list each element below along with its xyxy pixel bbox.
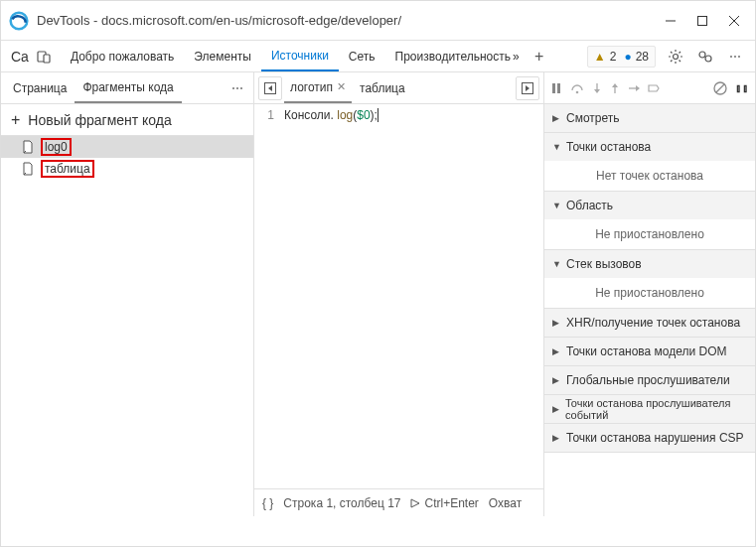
snippet-item-log0[interactable]: log0 [1,136,253,158]
panel-scope: ▼Область Не приостановлено [544,192,755,250]
editor-tabs: логотип ✕ таблица [254,72,543,104]
panel-callstack: ▼Стек вызовов Не приостановлено [544,250,755,309]
braces-icon[interactable]: { } [262,496,273,510]
subtab-page-label: Страница [13,81,67,95]
panel-xhr-header[interactable]: ▶XHR/получение точек останова [544,309,755,337]
tab-network[interactable]: Сеть [339,41,385,71]
svg-rect-6 [44,55,50,63]
svg-line-33 [716,84,724,92]
device-toggle-icon[interactable] [35,47,55,67]
debugger-toolbar: ⫾⫾ [544,72,755,104]
svg-marker-22 [411,499,419,507]
code-token: Консоли. [284,108,334,122]
collapse-debugger-button[interactable] [516,76,539,100]
edge-icon [9,11,29,31]
code-content[interactable]: Консоли. log($0); [280,104,543,488]
tab-sources-label: Источники [271,49,329,63]
panel-label: Смотреть [566,111,620,125]
svg-marker-29 [612,83,618,87]
step-icon[interactable] [628,82,640,94]
panel-breakpoints: ▼Точки останова Нет точек останова [544,133,755,192]
tab-welcome-label: Добро пожаловать [71,50,174,64]
debugger-panels: ▶Смотреть ▼Точки останова Нет точек оста… [544,104,755,516]
step-over-icon[interactable] [570,82,584,94]
collapse-navigator-button[interactable] [258,76,282,100]
tab-elements[interactable]: Элементы [184,41,261,71]
panel-global-header[interactable]: ▶Глобальные прослушиватели [544,366,755,394]
svg-rect-2 [698,16,707,25]
deactivate-breakpoints-icon[interactable] [648,82,660,94]
panel-csp-header[interactable]: ▶Точки останова нарушения CSP [544,424,755,452]
pause-icon[interactable] [550,82,562,94]
panel-global-listeners: ▶Глобальные прослушиватели [544,366,755,395]
inspect-label[interactable]: Ca [11,49,29,65]
tab-welcome[interactable]: Добро пожаловать [61,41,184,71]
new-snippet-label: Новый фрагмент кода [28,112,171,128]
feedback-icon[interactable] [695,47,715,67]
coverage-label[interactable]: Охват [489,496,522,510]
code-editor[interactable]: 1 Консоли. log($0); [254,104,543,488]
chevron-down-icon: ▼ [552,259,560,269]
settings-icon[interactable] [666,47,685,67]
panel-watch-header[interactable]: ▶Смотреть [544,104,755,132]
close-button[interactable] [727,14,741,28]
panel-xhr-breakpoints: ▶XHR/получение точек останова [544,309,755,338]
new-snippet-button[interactable]: + Новый фрагмент кода [1,104,253,136]
close-tab-icon[interactable]: ✕ [337,80,346,93]
panel-label: Точки останова [566,140,651,154]
svg-marker-21 [526,85,529,91]
svg-point-16 [699,52,705,58]
tab-performance[interactable]: Производительность» [385,41,529,71]
maximize-button[interactable] [695,14,709,28]
svg-line-15 [671,60,673,62]
run-shortcut-label: Ctrl+Enter [424,496,478,510]
svg-line-13 [680,60,681,62]
window-title: DevTools - docs.microsoft.com/en-us/micr… [37,13,664,28]
main-toolbar: Ca Добро пожаловать Элементы Источники С… [1,41,755,72]
panel-dom-breakpoints: ▶Точки останова модели DOM [544,338,755,366]
panel-event-header[interactable]: ▶Точки останова прослушивателя событий [544,395,755,423]
editor-tab-table[interactable]: таблица [354,72,411,103]
panel-callstack-header[interactable]: ▼Стек вызовов [544,250,755,278]
subtab-snippets[interactable]: Фрагменты кода [75,72,181,103]
panel-label: Точки останова модели DOM [566,344,727,358]
add-tab-button[interactable]: + [529,47,549,67]
panel-body-text: Нет точек останова [596,169,703,183]
panel-label: Область [566,199,613,212]
step-into-icon[interactable] [592,82,602,94]
pause-exceptions-icon[interactable] [713,81,727,95]
chevron-right-icon: ▶ [552,346,560,356]
more-menu-icon[interactable]: ⋯ [725,47,745,67]
chevron-right-icon: ▶ [552,113,560,123]
text-cursor [378,108,378,122]
panel-scope-header[interactable]: ▼Область [544,192,755,219]
tab-sources[interactable]: Источники [261,41,339,71]
line-number: 1 [267,108,274,122]
chevron-right-icon: ▶ [552,433,560,443]
panel-label: Точки останова нарушения CSP [566,431,744,445]
editor-tab-logo[interactable]: логотип ✕ [284,72,352,103]
debugger-more-icon[interactable]: ⫾⫾ [735,80,749,95]
cursor-position: Строка 1, столбец 17 [283,496,400,510]
step-out-icon[interactable] [610,82,620,94]
panel-csp-violation: ▶Точки останова нарушения CSP [544,424,755,453]
panel-watch: ▶Смотреть [544,104,755,133]
titlebar: DevTools - docs.microsoft.com/en-us/micr… [1,1,755,41]
main-tabs: Добро пожаловать Элементы Источники Сеть… [61,41,529,71]
snippet-item-table[interactable]: таблица [1,158,253,180]
svg-line-12 [671,52,673,54]
snippet-list: log0 таблица [1,136,253,516]
subtab-page[interactable]: Страница [5,72,75,103]
snippet-label: log0 [41,138,72,156]
navigator-more-icon[interactable]: ⋯ [226,81,249,95]
window-controls [664,14,741,28]
warning-count: 2 [610,50,617,64]
panel-label: Стек вызовов [566,257,642,271]
editor-tab-label: таблица [360,81,405,95]
issues-badge[interactable]: ▲2 ●28 [587,46,656,68]
panel-dom-header[interactable]: ▶Точки останова модели DOM [544,338,755,365]
minimize-button[interactable] [664,14,678,28]
info-count: 28 [636,50,649,64]
run-snippet-button[interactable]: Ctrl+Enter [410,496,478,510]
panel-breakpoints-header[interactable]: ▼Точки останова [544,133,755,161]
